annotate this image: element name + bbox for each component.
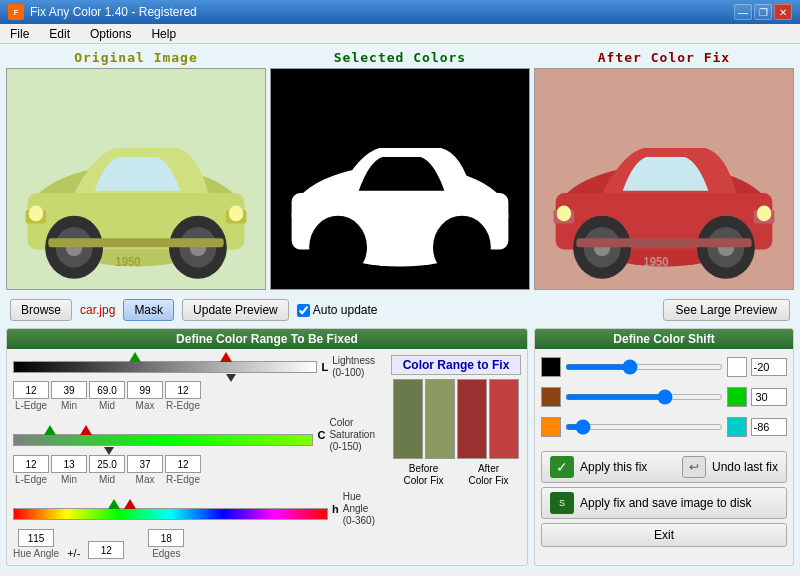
swatch-3 bbox=[457, 379, 487, 459]
swatch-1 bbox=[393, 379, 423, 459]
update-preview-button[interactable]: Update Preview bbox=[182, 299, 289, 321]
hue-label-h: h bbox=[332, 503, 339, 515]
sat-redge-input[interactable]: 12 bbox=[165, 455, 201, 473]
after-color-label: After Color Fix bbox=[468, 463, 508, 487]
exit-button[interactable]: Exit bbox=[541, 523, 787, 547]
shift-slider-1[interactable] bbox=[565, 364, 723, 370]
svg-text:1950: 1950 bbox=[643, 255, 669, 270]
minimize-button[interactable]: — bbox=[734, 4, 752, 20]
bottom-section: Define Color Range To Be Fixed bbox=[6, 328, 794, 566]
lightness-label-text: Lightness (0-100) bbox=[332, 355, 375, 379]
original-title: Original Image bbox=[74, 50, 198, 65]
sat-mid-input[interactable]: 25.0 bbox=[89, 455, 125, 473]
shift-value-2[interactable] bbox=[751, 388, 787, 406]
lightness-ledge-input[interactable]: 12 bbox=[13, 381, 49, 399]
lightness-redge-input[interactable]: 12 bbox=[165, 381, 201, 399]
svg-point-34 bbox=[557, 206, 571, 222]
saturation-section: C Color Saturation (0-150) 12 L-Edge 13 … bbox=[13, 417, 375, 485]
sat-ledge-input[interactable]: 12 bbox=[13, 455, 49, 473]
svg-text:1950: 1950 bbox=[379, 255, 405, 270]
lightness-max-input[interactable]: 99 bbox=[127, 381, 163, 399]
close-button[interactable]: ✕ bbox=[774, 4, 792, 20]
selected-panel: Selected Colors 1950 bbox=[270, 50, 530, 290]
svg-text:1950: 1950 bbox=[115, 255, 141, 270]
restore-button[interactable]: ❐ bbox=[754, 4, 772, 20]
menu-file[interactable]: File bbox=[4, 26, 35, 42]
shift-slider-3[interactable] bbox=[565, 424, 723, 430]
hue-angle-label: Hue Angle bbox=[13, 548, 59, 559]
shift-value-3[interactable] bbox=[751, 418, 787, 436]
menu-options[interactable]: Options bbox=[84, 26, 137, 42]
filename-display: car.jpg bbox=[80, 303, 115, 317]
app-icon: F bbox=[8, 4, 24, 20]
selected-image: 1950 bbox=[270, 68, 530, 290]
lightness-max-label: Max bbox=[136, 400, 155, 411]
shift-slider-2[interactable] bbox=[565, 394, 723, 400]
lightness-ledge-label: L-Edge bbox=[15, 400, 47, 411]
sat-max-label: Max bbox=[136, 474, 155, 485]
browse-button[interactable]: Browse bbox=[10, 299, 72, 321]
menu-help[interactable]: Help bbox=[145, 26, 182, 42]
apply-fix-button[interactable]: ✓ Apply this fix ↩ Undo last fix bbox=[541, 451, 787, 483]
shift-swatch-3 bbox=[541, 417, 561, 437]
sat-min-input[interactable]: 13 bbox=[51, 455, 87, 473]
after-panel: After Color Fix bbox=[534, 50, 794, 290]
sat-max-input[interactable]: 37 bbox=[127, 455, 163, 473]
large-preview-button[interactable]: See Large Preview bbox=[663, 299, 790, 321]
sat-min-label: Min bbox=[61, 474, 77, 485]
color-range-title: Color Range to Fix bbox=[391, 355, 521, 375]
lightness-label-L: L bbox=[321, 361, 328, 373]
after-title: After Color Fix bbox=[598, 50, 730, 65]
hue-section: h Hue Angle (0-360) 115 Hue Angle +/- 12 bbox=[13, 491, 375, 559]
lightness-mid-input[interactable]: 69.0 bbox=[89, 381, 125, 399]
saturation-label-C: C bbox=[317, 429, 325, 441]
mask-button[interactable]: Mask bbox=[123, 299, 174, 321]
svg-rect-32 bbox=[576, 238, 751, 247]
svg-point-14 bbox=[229, 206, 243, 222]
hue-value-input[interactable]: 12 bbox=[88, 541, 124, 559]
lightness-mid-label: Mid bbox=[99, 400, 115, 411]
hue-plusminus: +/- bbox=[67, 547, 80, 559]
menu-edit[interactable]: Edit bbox=[43, 26, 76, 42]
auto-update-label[interactable]: Auto update bbox=[297, 303, 378, 317]
color-range-section: Color Range to Fix Before Color Fix Afte… bbox=[391, 355, 521, 559]
sat-mid-label: Mid bbox=[99, 474, 115, 485]
undo-icon: ↩ bbox=[682, 456, 706, 478]
app-title: Fix Any Color 1.40 - Registered bbox=[30, 5, 197, 19]
menubar: File Edit Options Help bbox=[0, 24, 800, 44]
right-panel: Define Color Shift bbox=[534, 328, 794, 566]
shift-row-3 bbox=[541, 415, 787, 439]
after-image: 1950 bbox=[534, 68, 794, 290]
sat-redge-label: R-Edge bbox=[166, 474, 200, 485]
shift-swatch-1b bbox=[727, 357, 747, 377]
svg-point-35 bbox=[757, 206, 771, 222]
shift-row-2 bbox=[541, 385, 787, 409]
hue-edges-input[interactable]: 18 bbox=[148, 529, 184, 547]
auto-update-checkbox[interactable] bbox=[297, 304, 310, 317]
svg-rect-11 bbox=[48, 238, 223, 247]
shift-swatch-1 bbox=[541, 357, 561, 377]
save-fix-button[interactable]: S Apply fix and save image to disk bbox=[541, 487, 787, 519]
swatch-2 bbox=[425, 379, 455, 459]
title-bar: F Fix Any Color 1.40 - Registered — ❐ ✕ bbox=[0, 0, 800, 24]
save-icon: S bbox=[550, 492, 574, 514]
left-panel-header: Define Color Range To Be Fixed bbox=[7, 329, 527, 349]
svg-point-13 bbox=[29, 206, 43, 222]
lightness-section: L Lightness (0-100) 12 L-Edge 39 Min bbox=[13, 355, 375, 411]
original-panel: Original Image bbox=[6, 50, 266, 290]
selected-title: Selected Colors bbox=[334, 50, 466, 65]
hue-angle-input[interactable]: 115 bbox=[18, 529, 54, 547]
apply-icon: ✓ bbox=[550, 456, 574, 478]
images-row: Original Image bbox=[6, 50, 794, 290]
hue-edges-label: Edges bbox=[152, 548, 180, 559]
right-panel-header: Define Color Shift bbox=[535, 329, 793, 349]
lightness-redge-label: R-Edge bbox=[166, 400, 200, 411]
svg-point-18 bbox=[309, 216, 367, 279]
shift-row-1 bbox=[541, 355, 787, 379]
lightness-min-input[interactable]: 39 bbox=[51, 381, 87, 399]
shift-value-1[interactable] bbox=[751, 358, 787, 376]
left-panel: Define Color Range To Be Fixed bbox=[6, 328, 528, 566]
shift-swatch-3b bbox=[727, 417, 747, 437]
shift-swatch-2 bbox=[541, 387, 561, 407]
toolbar-row: Browse car.jpg Mask Update Preview Auto … bbox=[6, 296, 794, 324]
